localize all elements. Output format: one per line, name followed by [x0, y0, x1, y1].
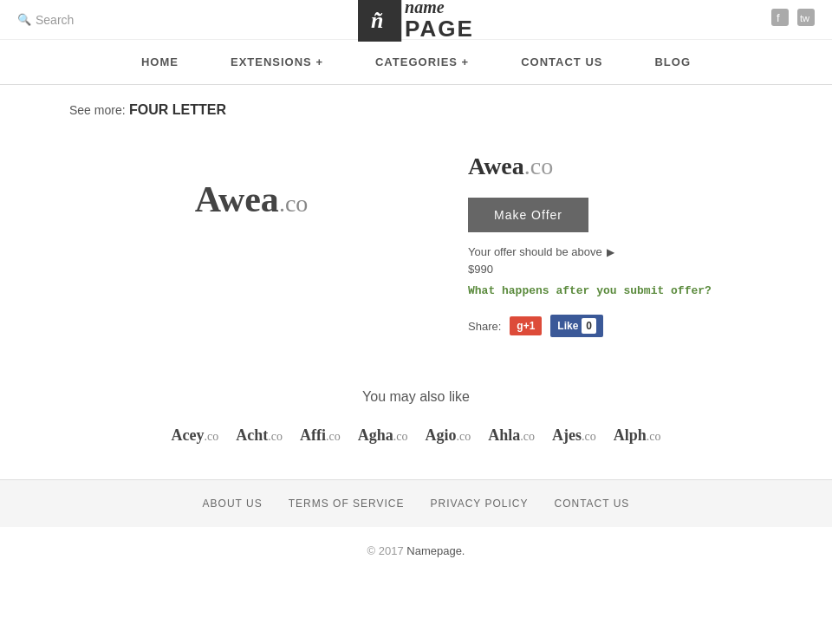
- share-label: Share:: [468, 320, 501, 333]
- also-like-item[interactable]: Acey.co: [172, 426, 219, 445]
- also-like-name: Ajes: [552, 426, 582, 444]
- search-label: Search: [36, 13, 74, 27]
- also-like-section: You may also like Acey.coAcht.coAffi.coA…: [0, 372, 832, 479]
- footer-link-privacy[interactable]: PRIVACY POLICY: [431, 498, 529, 510]
- also-like-tld: .co: [268, 430, 283, 443]
- footer-copy-text: © 2017: [367, 544, 404, 557]
- also-like-item[interactable]: Alph.co: [614, 426, 661, 445]
- logo[interactable]: ñ name PAGE: [358, 0, 474, 42]
- offer-hint-arrow: ▶: [607, 246, 614, 258]
- search-icon: 🔍: [17, 13, 31, 26]
- nav-categories[interactable]: CATEGORIES +: [349, 40, 495, 84]
- nav-contact[interactable]: CONTACT US: [495, 40, 628, 84]
- footer-link-terms[interactable]: TERMS OF SERVICE: [289, 498, 405, 510]
- also-like-name: Alph: [614, 426, 647, 444]
- footer-copy: © 2017 Namepage.: [0, 527, 832, 575]
- footer-link-contact[interactable]: CONTACT US: [554, 498, 629, 510]
- also-like-grid: Acey.coAcht.coAffi.coAgha.coAgio.coAhla.…: [69, 426, 763, 445]
- domain-full-tld: .co: [524, 153, 553, 179]
- logo-icon: ñ: [358, 0, 401, 42]
- twitter-icon[interactable]: tw: [797, 9, 815, 30]
- svg-text:ñ: ñ: [371, 8, 383, 33]
- breadcrumb-see-more: See more:: [69, 103, 126, 117]
- nav-extensions[interactable]: EXTENSIONS +: [205, 40, 349, 84]
- facebook-icon[interactable]: f: [771, 9, 789, 30]
- offer-amount: $990: [468, 263, 763, 276]
- also-like-name: Ahla: [488, 426, 520, 444]
- also-like-item[interactable]: Ahla.co: [488, 426, 535, 445]
- domain-title: Awea.co: [468, 153, 763, 180]
- also-like-tld: .co: [520, 430, 535, 443]
- also-like-tld: .co: [647, 430, 661, 443]
- facebook-like-button[interactable]: Like 0: [550, 315, 603, 337]
- offer-hint: Your offer should be above ▶: [468, 245, 763, 258]
- also-like-tld: .co: [456, 430, 471, 443]
- footer-brand-link[interactable]: Namepage.: [406, 544, 465, 557]
- also-like-title: You may also like: [69, 389, 763, 405]
- svg-rect-1: [771, 9, 789, 26]
- domain-full-name: Awea: [468, 153, 524, 179]
- breadcrumb: See more: FOUR LETTER: [0, 85, 832, 135]
- domain-tld-display: .co: [279, 190, 308, 217]
- main-content: Awea.co Awea.co Make Offer Your offer sh…: [0, 135, 832, 372]
- what-happens-link[interactable]: What happens after you submit offer?: [468, 284, 763, 297]
- breadcrumb-link[interactable]: FOUR LETTER: [129, 102, 226, 117]
- also-like-name: Agio: [425, 426, 456, 444]
- fb-like-count: 0: [582, 318, 596, 334]
- also-like-tld: .co: [393, 430, 408, 443]
- also-like-tld: .co: [205, 430, 219, 443]
- offer-hint-text: Your offer should be above: [468, 245, 602, 258]
- nav-home[interactable]: HOME: [115, 40, 205, 84]
- domain-name-display: Awea: [195, 179, 279, 219]
- also-like-name: Acey: [172, 426, 205, 444]
- google-plus-button[interactable]: g+1: [510, 316, 542, 335]
- domain-logo-area: Awea.co: [69, 144, 433, 255]
- domain-logo-display: Awea.co: [195, 179, 309, 220]
- also-like-name: Affi: [300, 426, 326, 444]
- fb-like-label: Like: [557, 320, 578, 332]
- footer-link-about[interactable]: ABOUT US: [203, 498, 263, 510]
- footer-links: ABOUT USTERMS OF SERVICEPRIVACY POLICYCO…: [0, 479, 832, 527]
- also-like-name: Agha: [358, 426, 393, 444]
- also-like-tld: .co: [582, 430, 596, 443]
- search-area[interactable]: 🔍 Search: [17, 13, 121, 27]
- also-like-item[interactable]: Agio.co: [425, 426, 471, 445]
- svg-text:f: f: [777, 11, 780, 24]
- header: 🔍 Search ñ name PAGE f tw: [0, 0, 832, 40]
- logo-name-text: name: [405, 0, 474, 16]
- nav-blog[interactable]: BLOG: [628, 40, 717, 84]
- also-like-item[interactable]: Agha.co: [358, 426, 408, 445]
- also-like-name: Acht: [236, 426, 268, 444]
- main-nav: HOME EXTENSIONS + CATEGORIES + CONTACT U…: [0, 40, 832, 85]
- share-row: Share: g+1 Like 0: [468, 315, 763, 337]
- also-like-item[interactable]: Ajes.co: [552, 426, 596, 445]
- also-like-item[interactable]: Affi.co: [300, 426, 341, 445]
- make-offer-button[interactable]: Make Offer: [468, 198, 588, 232]
- domain-info: Awea.co Make Offer Your offer should be …: [468, 144, 763, 337]
- also-like-item[interactable]: Acht.co: [236, 426, 283, 445]
- svg-text:tw: tw: [800, 13, 809, 23]
- also-like-tld: .co: [326, 430, 341, 443]
- social-icons: f tw: [711, 9, 815, 30]
- logo-page-text: PAGE: [405, 16, 474, 42]
